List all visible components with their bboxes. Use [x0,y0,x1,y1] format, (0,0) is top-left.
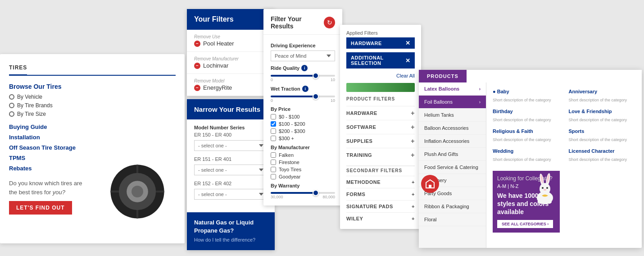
by-size-link[interactable]: By Tire Size [9,111,176,117]
sf-wiley[interactable]: WILEY + [346,212,415,224]
mfr-check-falken[interactable] [271,152,276,158]
wet-traction-slider[interactable]: 0 10 [271,96,335,103]
sig-pads-expand-icon: + [412,204,415,209]
svg-point-18 [546,200,552,204]
left-col-plush[interactable]: Plush And Gifts [419,148,486,161]
products-tab[interactable]: PRODUCTS [419,70,467,82]
pf-hardware[interactable]: HARDWARE + [346,106,415,120]
mfr-falken[interactable]: Falken [271,152,335,158]
religious-title: Religious & Faith [493,128,560,134]
see-all-categories-button[interactable]: SEE ALL CATEGORIES › [497,220,553,228]
filter-mfr-value: Lochinvar [203,62,228,69]
remove-mfr-icon[interactable]: − [194,63,200,69]
price-label-0: $0 - $100 [279,114,299,119]
circle-icon [9,94,14,100]
forms-expand-icon: + [412,192,415,197]
mfr-label-toyo: Toyo Tires [279,167,301,172]
mfr-label-falken: Falken [279,152,294,158]
chevron-right-icon: › [479,100,481,105]
price-option-2[interactable]: $200 - $300 [271,128,335,134]
sports-title: Sports [569,128,636,134]
price-option-3[interactable]: $300 + [271,136,335,141]
left-col-floral[interactable]: Floral [419,213,486,226]
mfr-check-toyo[interactable] [271,167,276,172]
buying-guide-link[interactable]: Buying Guide [9,123,176,130]
mfr-toyo[interactable]: Toyo Tires [271,167,335,172]
supplies-expand-icon: + [411,137,415,145]
lets-find-out-button[interactable]: LET'S FIND OUT [9,201,72,215]
products-left-column: Latex Balloons › Foil Balloons › Helium … [419,82,486,248]
ride-quality-info-icon[interactable]: i [301,65,308,71]
price-label-2: $200 - $300 [279,128,305,134]
remove-model-icon[interactable]: − [194,85,200,91]
religious-sub: Short description of the category [493,137,560,142]
driving-select[interactable]: Peace of Mind [271,50,335,61]
filter-results-header: Filter Your Results ↻ [263,9,342,35]
mfr-firestone[interactable]: Firestone [271,160,335,165]
remove-use-icon[interactable]: − [194,41,200,47]
left-col-latex[interactable]: Latex Balloons › [419,82,486,96]
licensed-title: Licensed Character [569,148,636,154]
tpms-link[interactable]: TPMS [9,155,176,161]
sf-methodone[interactable]: METHODONE + [346,176,415,188]
mfr-goodyear[interactable]: Goodyear [271,174,335,179]
left-col-food[interactable]: Food Service & Catering [419,161,486,174]
bunny-icon [533,173,558,205]
hardware-chip[interactable]: HARDWARE ✕ [346,37,415,49]
tires-tab-label: TIRES [9,64,27,75]
pf-software[interactable]: SOFTWARE + [346,120,415,134]
svg-rect-20 [429,185,431,188]
price-check-1[interactable] [271,121,276,127]
price-check-0[interactable] [271,114,276,119]
price-label-3: $300 + [279,136,294,141]
hardware-chip-close[interactable]: ✕ [405,40,411,46]
pf-supplies[interactable]: SUPPLIES + [346,134,415,148]
love-sub: Short description of the category [569,118,636,122]
left-col-inflation[interactable]: Inflation Accessories [419,135,486,148]
off-season-link[interactable]: Off Season Tire Storage [9,144,176,151]
hardware-expand-icon: + [411,110,415,117]
shipping-icon [421,175,439,193]
products-right-column: ● Baby Short description of the category… [486,82,642,248]
remove-model-label: Remove Model [194,78,268,83]
installation-link[interactable]: Installation [9,134,176,141]
browse-title: Browse Our Tires [9,83,176,90]
pf-training[interactable]: TRAINING + [346,148,415,162]
series1-select[interactable]: - select one - [194,140,268,151]
left-col-balloon-acc[interactable]: Balloon Accessories [419,122,486,135]
mfr-check-goodyear[interactable] [271,174,276,179]
warranty-slider[interactable]: 30,000 80,000 [271,192,335,199]
additional-selection-chip[interactable]: ADDITIONAL SELECTION ✕ [346,52,415,69]
products-tab-bar: PRODUCTS [419,70,642,82]
left-col-foil[interactable]: Foil Balloons › [419,96,486,109]
additional-chip-close[interactable]: ✕ [405,58,411,64]
applied-filters-panel: Applied Filters HARDWARE ✕ ADDITIONAL SE… [340,25,421,229]
tire-image [108,162,176,230]
clear-all-button[interactable]: Clear All [340,72,421,83]
warranty-label: By Warranty [271,183,335,188]
series3-select[interactable]: - select one - [194,189,268,200]
sf-signature-pads[interactable]: SIGNATURE PADS + [346,200,415,212]
sf-forms[interactable]: FORMS + [346,188,415,200]
mfr-check-firestone[interactable] [271,160,276,165]
natural-gas-banner[interactable]: Natural Gas or Liquid Propane Gas? How d… [187,212,275,250]
wedding-title: Wedding [493,148,560,154]
left-col-ribbon[interactable]: Ribbon & Packaging [419,200,486,213]
price-option-0[interactable]: $0 - $100 [271,114,335,119]
refresh-icon[interactable]: ↻ [324,17,335,28]
circle-icon [9,111,14,117]
by-brands-link[interactable]: By Tire Brands [9,102,176,109]
training-expand-icon: + [411,151,415,159]
price-option-1[interactable]: $100 - $200 [271,121,335,127]
price-label-1: $100 - $200 [279,121,305,127]
price-check-2[interactable] [271,128,276,134]
by-vehicle-link[interactable]: By Vehicle [9,94,176,100]
filter-use-value: Pool Heater [203,40,234,47]
wet-traction-info-icon[interactable]: i [302,86,308,92]
left-col-helium[interactable]: Helium Tanks [419,109,486,122]
tires-tab[interactable]: TIRES [9,63,176,76]
series2-select[interactable]: - select one - [194,165,268,175]
ride-quality-slider[interactable]: 0 10 [271,75,335,82]
price-check-3[interactable] [271,136,276,141]
remove-mfr-label: Remove Manufacturer [194,56,268,61]
